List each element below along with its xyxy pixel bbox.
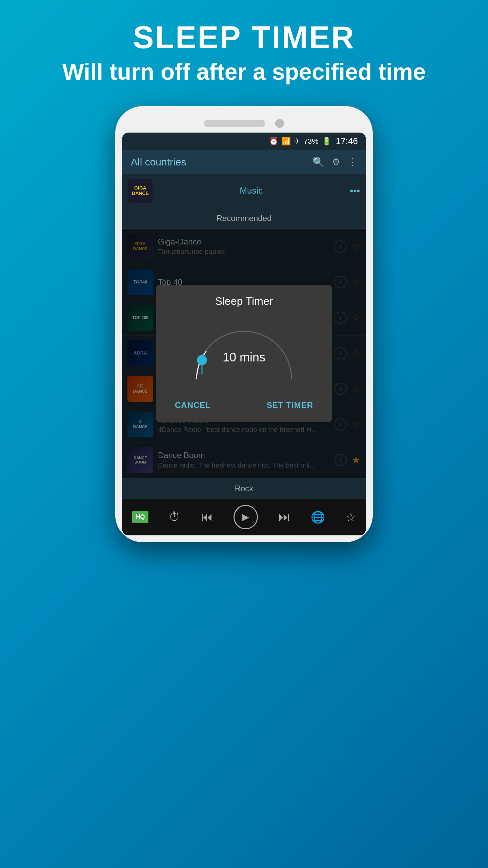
giga-logo-line2: DANCE (132, 191, 149, 196)
now-playing-more[interactable]: ••• (350, 185, 360, 196)
status-bar: ⏰ 📶 ✈ 73% 🔋 17:46 (122, 133, 366, 150)
recommended-section: Recommended (122, 208, 366, 229)
airplane-icon: ✈ (294, 137, 300, 146)
app-header: All countries 🔍 ⚙ ⋮ (122, 150, 366, 174)
modal-buttons: CANCEL SET TIMER (165, 392, 323, 415)
modal-overlay: Sleep Timer 10 mins (122, 229, 366, 478)
rock-section: Rock (122, 478, 366, 499)
phone-camera (275, 119, 284, 128)
play-button[interactable]: ▶ (233, 505, 258, 529)
battery-level: 73% (304, 137, 319, 146)
header-icons[interactable]: 🔍 ⚙ ⋮ (312, 156, 357, 167)
filter-icon[interactable]: ⚙ (332, 156, 340, 167)
modal-title: Sleep Timer (215, 295, 273, 308)
status-icons: ⏰ 📶 ✈ 73% 🔋 (269, 137, 331, 146)
battery-icon: 🔋 (322, 137, 331, 146)
rock-label: Rock (235, 484, 253, 493)
clock: 17:46 (336, 136, 358, 146)
next-button[interactable]: ⏭ (279, 510, 290, 524)
giga-logo: GIGA DANCE (128, 179, 152, 203)
bottom-player: HQ ⏱ ⏮ ▶ ⏭ 🌐 ☆ (122, 499, 366, 535)
star-button[interactable]: ☆ (346, 510, 356, 524)
phone-frame: ⏰ 📶 ✈ 73% 🔋 17:46 All countries 🔍 ⚙ ⋮ GI… (115, 106, 373, 542)
more-icon[interactable]: ⋮ (348, 156, 357, 167)
phone-notch (122, 113, 366, 133)
now-playing-title: Music (152, 185, 350, 196)
recommended-label: Recommended (217, 214, 272, 223)
search-icon[interactable]: 🔍 (312, 156, 324, 167)
timer-arc[interactable]: 10 mins (183, 314, 305, 389)
banner-title: SLEEP TIMER (14, 20, 474, 55)
prev-button[interactable]: ⏮ (201, 510, 213, 524)
header-title: All countries (131, 156, 186, 168)
now-playing-bar: GIGA DANCE Music ••• (122, 174, 366, 208)
timer-button[interactable]: ⏱ (169, 510, 181, 524)
banner-subtitle: Will turn off after a specified time (14, 58, 474, 86)
alarm-icon: ⏰ (269, 137, 278, 146)
now-playing-logo: GIGA DANCE (128, 179, 152, 203)
cancel-button[interactable]: CANCEL (168, 397, 218, 413)
banner: SLEEP TIMER Will turn off after a specif… (0, 0, 488, 99)
phone-speaker (204, 120, 265, 127)
set-timer-button[interactable]: SET TIMER (260, 397, 320, 413)
globe-button[interactable]: 🌐 (311, 510, 325, 524)
sleep-timer-modal: Sleep Timer 10 mins (156, 285, 332, 422)
radio-list: GIGA DANCE Giga-Dance Танцевальное радио… (122, 229, 366, 478)
timer-value: 10 mins (223, 350, 265, 364)
hq-button[interactable]: HQ (132, 511, 148, 523)
giga-logo-line1: GIGA (134, 185, 146, 191)
phone-screen: ⏰ 📶 ✈ 73% 🔋 17:46 All countries 🔍 ⚙ ⋮ GI… (122, 133, 366, 535)
wifi-icon: 📶 (282, 137, 291, 146)
svg-point-0 (197, 355, 207, 365)
